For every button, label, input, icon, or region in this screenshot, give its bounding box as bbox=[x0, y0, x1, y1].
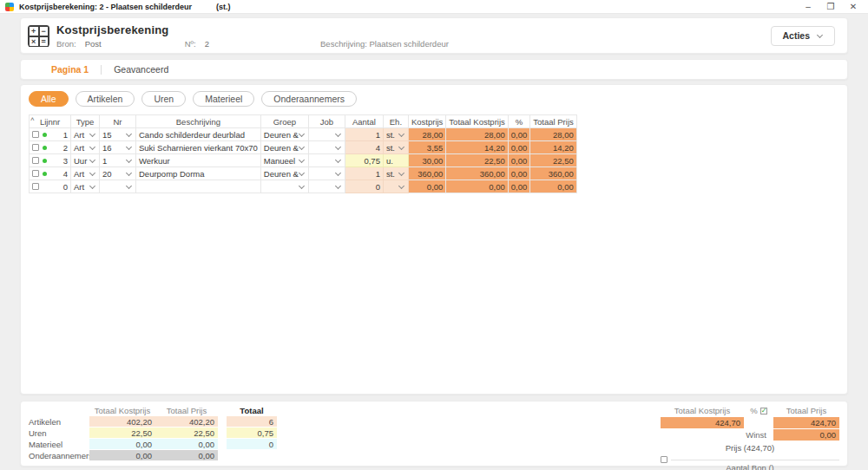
restore-icon[interactable]: ❐ bbox=[821, 1, 840, 13]
beschrijving-field[interactable]: Cando schilderdeur deurblad bbox=[136, 128, 261, 141]
kostprijs-field[interactable]: 3,55 bbox=[408, 141, 445, 154]
aantal-bon-checkbox[interactable] bbox=[661, 456, 667, 463]
nr-select[interactable]: 1 bbox=[100, 154, 136, 167]
col-job[interactable]: Job bbox=[308, 115, 345, 128]
type-select[interactable]: Art bbox=[71, 180, 100, 193]
table-row: 3 Uur 1 Werkuur Manueel 0,75 u. 30,00 22… bbox=[30, 154, 577, 167]
window-title-suffix: (st.) bbox=[216, 3, 231, 11]
nr-select[interactable] bbox=[100, 180, 136, 193]
col-aantal[interactable]: Aantal bbox=[345, 115, 383, 128]
job-select[interactable] bbox=[308, 141, 345, 154]
prijs-total-label: Prijs (424,70) bbox=[661, 442, 839, 454]
pct-checkbox[interactable] bbox=[760, 408, 767, 415]
table-header-row: Lijnnr Type Nr Beschrijving Groep Job Aa… bbox=[30, 115, 577, 128]
lijnnr-value: 3 bbox=[50, 156, 68, 166]
header-card: +−×= Kostprijsberekening Bron: Post Nº: … bbox=[20, 17, 848, 54]
col-beschrijving[interactable]: Beschrijving bbox=[136, 115, 261, 128]
totaal-kostprijs-value: 14,20 bbox=[446, 141, 508, 154]
type-select[interactable]: Art bbox=[71, 141, 100, 154]
materieel-prijs: 0,00 bbox=[155, 439, 218, 450]
filter-alle[interactable]: Alle bbox=[29, 91, 69, 107]
pct-field[interactable]: 0,00 bbox=[508, 180, 530, 193]
uren-kostprijs: 22,50 bbox=[89, 428, 155, 439]
lijnnr-value: 0 bbox=[50, 182, 68, 192]
row-checkbox[interactable] bbox=[32, 144, 39, 151]
winst-label: Winst bbox=[661, 430, 773, 440]
beschrijving-field[interactable]: Suki Scharnieren vierkant 70x70 bbox=[136, 141, 261, 154]
filter-materieel[interactable]: Materieel bbox=[193, 91, 254, 107]
chevron-down-icon bbox=[126, 183, 133, 190]
type-select[interactable]: Uur bbox=[71, 154, 100, 167]
col-groep[interactable]: Groep bbox=[260, 115, 308, 128]
totaal-kostprijs-total: 424,70 bbox=[661, 417, 744, 428]
tab-geavanceerd[interactable]: Geavanceerd bbox=[110, 64, 172, 75]
pct-field[interactable]: 0,00 bbox=[508, 167, 530, 180]
kostprijs-field[interactable]: 0,00 bbox=[408, 180, 445, 193]
materieel-aantal: 0 bbox=[227, 439, 277, 450]
acties-button[interactable]: Acties bbox=[771, 26, 835, 46]
nr-select[interactable]: 20 bbox=[100, 167, 136, 180]
lijnnr-value: 4 bbox=[50, 169, 68, 179]
beschrijving-field[interactable]: Deurpomp Dorma bbox=[136, 167, 261, 180]
app-icon bbox=[5, 3, 14, 11]
eh-select[interactable]: st. bbox=[383, 167, 408, 180]
eh-select[interactable]: st. bbox=[383, 141, 408, 154]
minimize-icon[interactable]: – bbox=[799, 1, 818, 13]
nr-select[interactable]: 15 bbox=[100, 128, 136, 141]
chevron-down-icon bbox=[299, 144, 306, 151]
tab-pagina-1[interactable]: Pagina 1 bbox=[48, 64, 92, 75]
pct-field[interactable]: 0,00 bbox=[508, 154, 530, 167]
eh-value[interactable]: u. bbox=[383, 154, 408, 167]
aantal-field[interactable]: 0,75 bbox=[345, 154, 383, 167]
filter-artikelen[interactable]: Artikelen bbox=[76, 91, 135, 107]
filter-uren[interactable]: Uren bbox=[141, 91, 186, 107]
kostprijs-field[interactable]: 28,00 bbox=[408, 128, 445, 141]
groep-select[interactable] bbox=[260, 180, 308, 193]
col-nr[interactable]: Nr bbox=[100, 115, 136, 128]
row-checkbox[interactable] bbox=[32, 131, 39, 138]
kostprijs-field[interactable]: 30,00 bbox=[408, 154, 445, 167]
table-row-new: 0 Art 0 0,00 0,00 0,00 0,00 bbox=[30, 180, 577, 193]
pct-field[interactable]: 0,00 bbox=[508, 128, 530, 141]
col-totaal-kostprijs[interactable]: Totaal Kostprijs bbox=[446, 115, 508, 128]
col-pct[interactable]: % bbox=[508, 115, 530, 128]
job-select[interactable] bbox=[308, 128, 345, 141]
beschrijving-field[interactable] bbox=[136, 180, 261, 193]
col-lijnnr[interactable]: Lijnnr bbox=[30, 115, 71, 128]
aantal-field[interactable]: 1 bbox=[345, 128, 383, 141]
materieel-label: Materieel bbox=[29, 439, 89, 450]
beschrijving-field[interactable]: Werkuur bbox=[136, 154, 261, 167]
aantal-field[interactable]: 1 bbox=[345, 167, 383, 180]
job-select[interactable] bbox=[308, 180, 345, 193]
eh-select[interactable] bbox=[383, 180, 408, 193]
nr-select[interactable]: 16 bbox=[100, 141, 136, 154]
groep-select[interactable]: Deuren & bbox=[260, 167, 308, 180]
col-eh[interactable]: Eh. bbox=[383, 115, 408, 128]
groep-select[interactable]: Deuren & bbox=[260, 128, 308, 141]
row-checkbox[interactable] bbox=[32, 157, 39, 164]
artikelen-prijs: 402,20 bbox=[155, 416, 218, 428]
groep-select[interactable]: Manueel bbox=[260, 154, 308, 167]
job-select[interactable] bbox=[308, 167, 345, 180]
kostprijs-field[interactable]: 360,00 bbox=[408, 167, 445, 180]
eh-select[interactable]: st. bbox=[383, 128, 408, 141]
filter-onderaannemers[interactable]: Onderaannemers bbox=[261, 91, 357, 107]
type-select[interactable]: Art bbox=[71, 128, 100, 141]
aantal-field[interactable]: 0 bbox=[345, 180, 383, 193]
chevron-down-icon bbox=[89, 131, 96, 138]
close-icon[interactable]: ✕ bbox=[844, 1, 863, 13]
totaal-kostprijs-header: Totaal Kostprijs bbox=[89, 405, 155, 416]
totals-overall: Totaal Kostprijs % Totaal Prijs 424,70 4… bbox=[661, 405, 839, 462]
type-select[interactable]: Art bbox=[71, 167, 100, 180]
totaal-prijs-value: 28,00 bbox=[530, 128, 576, 141]
col-totaal-prijs[interactable]: Totaal Prijs bbox=[530, 115, 576, 128]
row-checkbox[interactable] bbox=[32, 183, 39, 190]
groep-select[interactable]: Deuren & bbox=[260, 141, 308, 154]
col-kostprijs[interactable]: Kostprijs bbox=[408, 115, 445, 128]
col-type[interactable]: Type bbox=[71, 115, 100, 128]
job-select[interactable] bbox=[308, 154, 345, 167]
row-checkbox[interactable] bbox=[32, 170, 39, 177]
aantal-field[interactable]: 4 bbox=[345, 141, 383, 154]
pct-field[interactable]: 0,00 bbox=[508, 141, 530, 154]
totals-card: Totaal Kostprijs Totaal Prijs Totaal Aan… bbox=[20, 401, 848, 467]
